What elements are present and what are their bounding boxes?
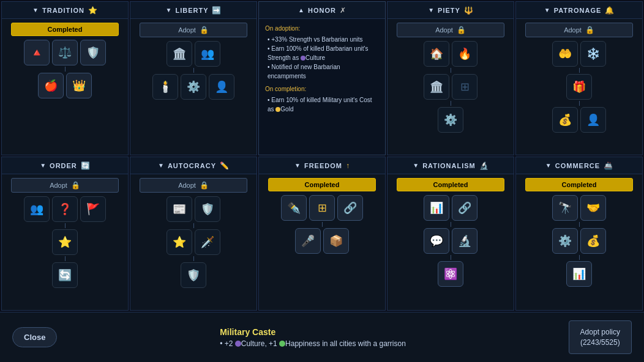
- autocracy-icon-newspaper[interactable]: 📰: [167, 196, 192, 222]
- liberty-title: LIBERTY: [175, 7, 208, 14]
- freedom-icon-pen[interactable]: ✒️: [281, 195, 307, 221]
- commerce-row1: 🔭 🤝: [552, 195, 606, 221]
- honor-tooltip-box: On adoption: • +33% Strength vs Barbaria…: [259, 19, 385, 122]
- patronage-header: ▼ PATRONAGE 🔔: [516, 2, 642, 19]
- commerce-icon-telescope[interactable]: 🔭: [552, 195, 578, 221]
- honor-completion-title: On completion:: [265, 84, 379, 94]
- freedom-tree: ▼ FREEDOM ↑ Completed ✒️ ⊞ 🔗 🎤 📦: [258, 157, 386, 311]
- order-icon-recycle[interactable]: 🔄: [52, 262, 78, 288]
- honor-adoption-item2: • Earn 100% of killed Barbarian unit's S…: [268, 44, 379, 62]
- freedom-connector: [322, 222, 323, 227]
- rationalism-connector1: [451, 222, 451, 227]
- piety-connector2: [451, 101, 451, 106]
- commerce-icon-piechart[interactable]: 📊: [566, 261, 592, 287]
- commerce-icon-gear[interactable]: ⚙️: [552, 228, 578, 254]
- order-connector1: [65, 223, 66, 228]
- patronage-icon-person2[interactable]: 👤: [580, 107, 606, 133]
- autocracy-icon-shield[interactable]: 🛡️: [195, 196, 220, 222]
- commerce-icon: 🚢: [604, 161, 613, 170]
- freedom-icon-grid[interactable]: ⊞: [309, 195, 335, 221]
- freedom-icon-mic[interactable]: 🎤: [295, 228, 321, 254]
- honor-title: HONOR: [308, 7, 336, 14]
- bottom-bar: Close Military Caste • +2 Culture, +1 Ha…: [0, 312, 644, 362]
- rationalism-icon-flask[interactable]: 🔬: [452, 228, 477, 254]
- policy-row-bottom: ▼ ORDER 🔄 Adopt 🔒 👥 ❓ 🚩 ⭐: [1, 157, 643, 311]
- piety-row3: ⚙️: [438, 107, 463, 133]
- autocracy-adopt-btn[interactable]: Adopt 🔒: [140, 178, 247, 193]
- patronage-lock-icon: 🔒: [585, 26, 594, 34]
- honor-tree: ▲ HONOR ✗ On adoption: • +33% Strength v…: [258, 1, 386, 155]
- autocracy-row1: 📰 🛡️: [167, 196, 220, 222]
- tradition-status-btn[interactable]: Completed: [11, 23, 118, 36]
- patronage-icon-gift[interactable]: 🎁: [566, 74, 592, 100]
- order-icon-question[interactable]: ❓: [52, 196, 78, 222]
- commerce-icon-handshake[interactable]: 🤝: [580, 195, 606, 221]
- autocracy-connector1: [193, 223, 194, 228]
- piety-row1: 🏠 🔥: [424, 41, 477, 67]
- autocracy-icon-star[interactable]: ⭐: [167, 229, 192, 255]
- autocracy-icon-shield2[interactable]: 🛡️: [181, 262, 206, 288]
- patronage-adopt-label: Adopt: [564, 26, 582, 34]
- autocracy-lock-icon: 🔒: [200, 181, 209, 190]
- patronage-adopt-btn[interactable]: Adopt 🔒: [525, 23, 632, 37]
- policy-row-top: ▼ TRADITION ⭐ Completed 🔺 ⚖️ 🛡️ 🍎 👑: [1, 1, 643, 155]
- piety-adopt-btn[interactable]: Adopt 🔒: [397, 23, 504, 37]
- policy-screen: ▼ TRADITION ⭐ Completed 🔺 ⚖️ 🛡️ 🍎 👑: [0, 0, 644, 312]
- rationalism-status-label: Completed: [433, 181, 468, 188]
- freedom-icon-box[interactable]: 📦: [323, 228, 349, 254]
- order-adopt-btn[interactable]: Adopt 🔒: [11, 178, 118, 193]
- piety-icon-gear[interactable]: ⚙️: [438, 107, 463, 133]
- patronage-row2: 🎁: [566, 74, 592, 100]
- patronage-icon-coin[interactable]: 💰: [552, 107, 578, 133]
- commerce-status-btn[interactable]: Completed: [525, 178, 632, 191]
- tradition-header: ▼ TRADITION ⭐: [2, 2, 128, 19]
- rationalism-icon-atom[interactable]: ⚛️: [438, 261, 463, 287]
- tradition-title: TRADITION: [42, 7, 84, 14]
- rationalism-row2: 💬 🔬: [424, 228, 477, 254]
- commerce-icon-money[interactable]: 💰: [580, 228, 606, 254]
- order-tree: ▼ ORDER 🔄 Adopt 🔒 👥 ❓ 🚩 ⭐: [1, 157, 129, 311]
- liberty-icon-torch[interactable]: 🕯️: [152, 74, 178, 100]
- commerce-row3: 📊: [566, 261, 592, 287]
- freedom-icon-link[interactable]: 🔗: [337, 195, 363, 221]
- tradition-icon-crown[interactable]: 👑: [66, 73, 92, 98]
- piety-icon-grid[interactable]: ⊞: [452, 74, 477, 100]
- rationalism-icon-link[interactable]: 🔗: [452, 195, 477, 221]
- tradition-icon-apple[interactable]: 🍎: [38, 73, 64, 98]
- order-icon-group[interactable]: 👥: [24, 196, 50, 222]
- piety-icon-fire[interactable]: 🔥: [452, 41, 477, 67]
- rationalism-status-btn[interactable]: Completed: [397, 178, 504, 191]
- piety-icon-home[interactable]: 🏠: [424, 41, 449, 67]
- commerce-tree: ▼ COMMERCE 🚢 Completed 🔭 🤝 ⚙️ 💰: [515, 157, 643, 311]
- patronage-icon-hands[interactable]: 🤲: [552, 41, 578, 67]
- liberty-icon-dome[interactable]: 🏛️: [167, 41, 192, 67]
- liberty-icon-gear[interactable]: ⚙️: [181, 74, 206, 100]
- piety-icon-temple[interactable]: 🏛️: [424, 74, 449, 100]
- liberty-lock-icon: 🔒: [200, 26, 209, 34]
- liberty-adopt-btn[interactable]: Adopt 🔒: [140, 23, 247, 37]
- tradition-row2: 🍎 👑: [38, 73, 92, 98]
- order-icon-star[interactable]: ⭐: [52, 229, 78, 255]
- close-button[interactable]: Close: [12, 327, 57, 347]
- order-icon-flag[interactable]: 🚩: [80, 196, 106, 222]
- tradition-icon-shield[interactable]: 🛡️: [80, 40, 106, 65]
- piety-adopt-label: Adopt: [435, 26, 453, 34]
- piety-arrow: ▼: [428, 7, 434, 13]
- rationalism-icon-speech[interactable]: 💬: [424, 228, 449, 254]
- autocracy-arrow: ▼: [158, 162, 164, 169]
- rationalism-icon-chart[interactable]: 📊: [424, 195, 449, 221]
- patronage-icon-snowflake[interactable]: ❄️: [580, 41, 606, 67]
- tradition-icon-monument[interactable]: 🔺: [24, 40, 50, 65]
- tradition-icon-legal[interactable]: ⚖️: [52, 40, 78, 65]
- tradition-arrow: ▼: [32, 7, 39, 13]
- piety-tree: ▼ PIETY 🔱 Adopt 🔒 🏠 🔥 🏛️ ⊞: [387, 1, 514, 155]
- liberty-icon-people[interactable]: 👥: [195, 41, 220, 67]
- autocracy-icon-sword[interactable]: 🗡️: [195, 229, 220, 255]
- liberty-icon-person[interactable]: 👤: [209, 74, 234, 100]
- freedom-status-btn[interactable]: Completed: [268, 178, 375, 191]
- order-icon: 🔄: [81, 161, 90, 170]
- tradition-status-label: Completed: [48, 26, 83, 33]
- honor-header: ▲ HONOR ✗: [259, 2, 385, 19]
- liberty-icons: 🏛️ 👥 🕯️ ⚙️ 👤: [130, 40, 256, 101]
- adopt-policy-button[interactable]: Adopt policy(2243/5525): [569, 320, 632, 355]
